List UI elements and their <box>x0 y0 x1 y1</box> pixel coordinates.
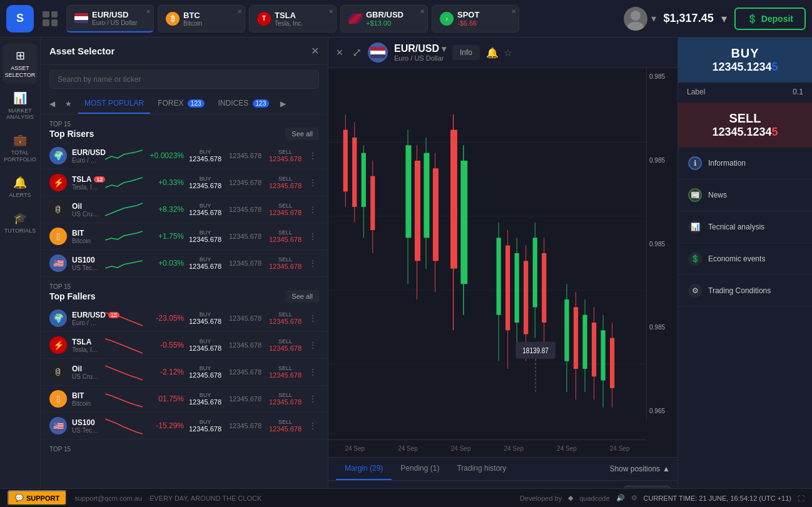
close-tab-btc[interactable]: ✕ <box>237 8 242 15</box>
right-menu-item-information[interactable]: ℹ Information <box>678 148 812 179</box>
chart-dropdown-icon[interactable]: ▾ <box>442 44 446 54</box>
sell-price[interactable]: 12345.678 <box>269 155 302 163</box>
sell-label: SELL <box>278 203 292 209</box>
sidebar-item-alerts[interactable]: 🔔 ALERTS <box>3 171 38 204</box>
mid-price: 12345.678 <box>226 368 264 376</box>
sidebar-item-tutorials[interactable]: 🎓 TUTORIALS <box>3 206 38 239</box>
fullscreen-icon[interactable]: ⛶ <box>798 494 804 502</box>
close-panel-button[interactable]: ✕ <box>311 45 319 57</box>
price-level-1: 0.985 <box>647 73 678 80</box>
list-item[interactable]: ₿ BIT Bitcoin +1.75% BUY 12345.678 12345… <box>41 223 328 250</box>
sell-price[interactable]: 12345.678 <box>269 318 302 325</box>
chart-tab-history[interactable]: Trading history <box>448 458 515 480</box>
list-item[interactable]: 🌍 EUR/USD 12 Euro / US Dollar -23.05% BU… <box>41 305 328 332</box>
buy-price[interactable]: 12345.678 <box>189 182 221 189</box>
support-button[interactable]: 💬 SUPPORT <box>8 490 67 506</box>
grid-icon[interactable] <box>43 11 58 26</box>
tab-btc[interactable]: ✕ ₿ BTC Bitcoin <box>158 5 245 33</box>
buy-price[interactable]: 12345.678 <box>189 425 221 433</box>
bell-icon[interactable]: 🔔 <box>486 47 499 59</box>
list-item[interactable]: 🇺🇸 US100 US Tech 100 -15.29% BUY 12345.6… <box>41 413 328 439</box>
buy-section[interactable]: BUY 12345.12345 <box>678 38 812 83</box>
sell-price[interactable]: 12345.678 <box>269 182 302 189</box>
list-item[interactable]: 🛢 Oil US Crude Oil Spot -2.12% BUY 12345… <box>41 359 328 386</box>
buy-price-main: 12345.1234 <box>712 61 771 73</box>
chart-close-button[interactable]: ✕ <box>336 48 343 58</box>
deposit-button[interactable]: 💲 Deposit <box>734 8 806 30</box>
buy-price[interactable]: 12345.678 <box>189 263 221 270</box>
list-item[interactable]: 🌍 EUR/USD Euro / US Dollar +0.0023% BUY … <box>41 143 328 169</box>
buy-price[interactable]: 12345.678 <box>189 344 221 352</box>
more-button[interactable]: ⋮ <box>307 338 319 352</box>
list-item[interactable]: ₿ BIT Bitcoin 01.75% BUY 12345.678 12345… <box>41 386 328 413</box>
forex-label: FOREX <box>158 99 183 108</box>
sell-price[interactable]: 12345.678 <box>269 371 302 379</box>
filter-tab-forex[interactable]: FOREX 123 <box>151 94 210 114</box>
sidebar-item-market-analysis-label: MARKETANALYSIS <box>6 108 33 121</box>
more-button[interactable]: ⋮ <box>307 203 319 216</box>
more-button[interactable]: ⋮ <box>307 176 319 189</box>
sell-price[interactable]: 12345.678 <box>269 236 302 243</box>
more-button[interactable]: ⋮ <box>307 392 319 406</box>
chart-info-button[interactable]: Info <box>452 45 480 60</box>
buy-price[interactable]: 12345.678 <box>189 398 221 406</box>
more-button[interactable]: ⋮ <box>307 229 319 243</box>
list-item[interactable]: ⚡ TSLA Tesla, Inc. -0.55% BUY 12345.678 … <box>41 332 328 359</box>
trading-conditions-label: Trading Conditions <box>708 286 771 295</box>
top-fallers-see-all[interactable]: See all <box>285 290 319 303</box>
filter-tab-most-popular[interactable]: MOST POPULAR <box>78 94 150 114</box>
filter-left-arrow[interactable]: ◀ <box>46 96 59 112</box>
buy-price[interactable]: 12345.678 <box>189 236 221 243</box>
search-input[interactable] <box>49 70 319 89</box>
app-logo[interactable]: S <box>6 5 34 33</box>
chart-tab-margin[interactable]: Margin (29) <box>336 458 392 480</box>
sell-price[interactable]: 12345.678 <box>269 263 302 270</box>
tab-spot[interactable]: ✕ ♪ SPOT -$6.66 <box>432 5 519 33</box>
more-button[interactable]: ⋮ <box>307 419 319 433</box>
volume-icon[interactable]: 🔊 <box>616 494 625 502</box>
close-tab-eurusd[interactable]: ✕ <box>146 8 151 15</box>
buy-price[interactable]: 12345.678 <box>189 371 221 379</box>
sell-price[interactable]: 12345.678 <box>269 425 302 433</box>
filter-tab-indices[interactable]: INDICES 123 <box>212 94 276 114</box>
show-positions-button[interactable]: Show positions ▲ <box>609 464 670 473</box>
more-button[interactable]: ⋮ <box>307 149 319 163</box>
close-tab-gbr[interactable]: ✕ <box>420 8 425 15</box>
favorites-star-button[interactable]: ★ <box>60 94 77 113</box>
sidebar-item-market-analysis[interactable]: 📊 MARKETANALYSIS <box>3 86 38 126</box>
filter-right-arrow[interactable]: ▶ <box>277 96 290 112</box>
tab-gbr[interactable]: ✕ GBR/USD +$13.00 <box>340 5 428 33</box>
right-menu-item-trading-conditions[interactable]: ⚙ Trading Conditions <box>678 275 812 307</box>
tab-tsla[interactable]: ✕ T TSLA Tesla, Inc. <box>249 5 337 33</box>
user-section[interactable]: ▾ <box>624 7 656 31</box>
more-button[interactable]: ⋮ <box>307 365 319 379</box>
close-tab-tsla[interactable]: ✕ <box>328 8 333 15</box>
settings-icon[interactable]: ⚙ <box>631 494 637 502</box>
sell-section[interactable]: SELL 12345.12345 <box>678 103 812 148</box>
buy-price[interactable]: 12345.678 <box>189 318 221 325</box>
more-button[interactable]: ⋮ <box>307 311 319 325</box>
more-button[interactable]: ⋮ <box>307 256 319 270</box>
list-item[interactable]: ⚡ TSLA 12 Tesla, Inc. +0.33% BUY 12345.6… <box>41 169 328 196</box>
sell-price[interactable]: 12345.678 <box>269 398 302 406</box>
tab-eurusd[interactable]: ✕ EUR/USD Euro / US Dollar <box>66 5 154 33</box>
tab-btc-symbol: BTC <box>183 11 202 20</box>
top-risers-see-all[interactable]: See all <box>285 128 319 140</box>
star-icon[interactable]: ☆ <box>504 47 512 59</box>
sell-price[interactable]: 12345.678 <box>269 209 302 216</box>
buy-price[interactable]: 12345.678 <box>189 155 221 163</box>
chart-expand-icon[interactable]: ⤢ <box>352 46 362 59</box>
list-item[interactable]: 🇺🇸 US100 US Tech 100 +0.03% BUY 12345.67… <box>41 250 328 277</box>
sidebar-item-asset-selector[interactable]: ⊞ ASSETSELECTOR <box>3 44 38 84</box>
close-tab-spot[interactable]: ✕ <box>511 8 516 15</box>
list-item[interactable]: 🛢 Oil US Crude Oil Spot +8.32% BUY 12345… <box>41 196 328 223</box>
right-panel: BUY 12345.12345 Label 0.1 SELL 12345.123… <box>678 38 812 507</box>
right-menu-item-economic-events[interactable]: 💲 Economic events <box>678 243 812 275</box>
sparkline-oil-riser <box>105 201 143 218</box>
buy-price[interactable]: 12345.678 <box>189 209 221 216</box>
chart-tab-pending[interactable]: Pending (1) <box>392 458 448 480</box>
right-menu-item-technical-analysis[interactable]: 📊 Tecnical analysis <box>678 211 812 243</box>
sidebar-item-total-portfolio[interactable]: 💼 TOTALPORTFOLIO <box>3 128 38 168</box>
sell-price[interactable]: 12345.678 <box>269 344 302 352</box>
right-menu-item-news[interactable]: 📰 News <box>678 179 812 211</box>
